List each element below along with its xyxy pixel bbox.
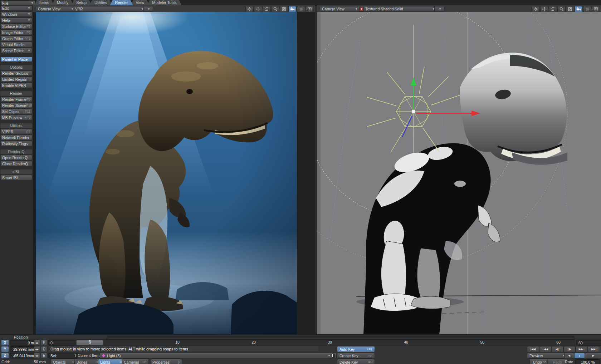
cameras-mode-button[interactable]: Cameras+C [122, 359, 149, 364]
z-position-field[interactable]: -65.0419mm [10, 353, 35, 359]
preview-dropdown[interactable]: Preview ▼ [527, 353, 568, 359]
lights-mode-button[interactable]: Lights+L [98, 359, 125, 364]
sidebar-item-mb-preview[interactable]: MB Preview+F9 [0, 115, 32, 120]
right-extra-dropdown[interactable]: ▼ [434, 6, 444, 12]
move-icon[interactable] [540, 6, 548, 12]
current-item-dropdown[interactable]: Light (3) ▼ [99, 353, 333, 359]
step-forward-button[interactable]: ||▶ [563, 346, 576, 352]
undo-button[interactable]: Undo ^Z [529, 359, 549, 364]
play-forward-button[interactable]: ▶ [585, 353, 601, 359]
tab-render[interactable]: Render [110, 0, 133, 5]
prev-key-button[interactable]: +◀◀ [539, 346, 551, 352]
spinner-arrows-icon[interactable]: ◀▶ [34, 346, 40, 352]
sidebar-item-edit[interactable]: Edit▼ [0, 5, 32, 11]
envelope-button[interactable]: E [41, 340, 47, 346]
sidebar-item-windows[interactable]: Windows▼ [0, 11, 32, 17]
timeline-track[interactable]: 0 102030405060 [75, 339, 575, 346]
envelope-button[interactable]: E [41, 346, 47, 352]
current-frame-field[interactable]: 0 [48, 340, 78, 346]
sidebar-item-render-frame[interactable]: Render FrameF9 [0, 97, 32, 102]
sidebar-item-close-renderq[interactable]: Close RenderQ [0, 161, 32, 166]
sidebar-item-label: VIPER [2, 129, 14, 134]
right-view-type-dropdown[interactable]: Camera View ▼ [320, 6, 360, 12]
play-reverse-button[interactable]: ◀ [564, 353, 574, 359]
sidebar-item-scene-editor[interactable]: Scene Editor▼ [0, 48, 32, 53]
camera-icon[interactable] [288, 6, 297, 12]
bones-mode-button[interactable]: Bones+B [74, 359, 102, 364]
sidebar-item-limited-region[interactable]: Limited Regionl [0, 77, 32, 82]
tab-view[interactable]: View [131, 0, 150, 5]
sidebar-item-sel-object[interactable]: Sel ObjectF11 [0, 109, 32, 114]
rate-field[interactable]: 100.0 % [575, 359, 600, 364]
x-axis-badge[interactable]: X [1, 340, 9, 346]
rotate-icon[interactable] [263, 6, 271, 12]
right-render-mode-dropdown[interactable]: T Textured Shaded Solid ▼ [357, 6, 437, 12]
sidebar-item-label: Render Globals [2, 71, 28, 75]
left-extra-dropdown[interactable]: ▼ [143, 6, 153, 12]
zoom-icon[interactable] [271, 6, 279, 12]
list-icon[interactable] [583, 6, 591, 12]
tab-items[interactable]: Items [34, 0, 54, 5]
chevron-down-icon: ▼ [31, 1, 34, 5]
rotate-icon[interactable] [549, 6, 557, 12]
tab-modify[interactable]: Modify [52, 0, 73, 5]
section-header-sibl: sIBL [0, 169, 32, 174]
sidebar-item-radiosity-flags[interactable]: Radiosity Flags [0, 141, 32, 146]
sidebar-item-network-render[interactable]: Network Render [0, 135, 32, 140]
go-end-button[interactable]: ▶▶| [588, 346, 600, 352]
end-frame-field[interactable]: 60 [576, 340, 601, 346]
sidebar-item-render-globals[interactable]: Render Globals [0, 70, 32, 76]
delete-key-button[interactable]: Delete Keydel [337, 359, 375, 364]
step-back-button[interactable]: ◀|| [551, 346, 563, 352]
left-render-mode-dropdown[interactable]: VPR ▼ [73, 6, 146, 12]
frame-icon[interactable] [306, 6, 314, 12]
axis-row-y: Y39.9992 mm◀▶E [0, 346, 48, 352]
sidebar-item-parent-in-place[interactable]: Parent in Place [0, 56, 32, 62]
envelope-button[interactable]: E [41, 353, 47, 359]
sidebar-item-graph-editor[interactable]: Graph Editor^F2 [0, 36, 32, 41]
spinner-arrows-icon[interactable]: ◀▶ [34, 340, 40, 346]
objects-mode-button[interactable]: Objects+O [51, 359, 78, 364]
item-properties-button[interactable] [330, 353, 337, 359]
sidebar-item-open-renderq[interactable]: Open RenderQ [0, 155, 32, 160]
shortcut-hint: F9 [26, 97, 30, 102]
sidebar-item-render-scene[interactable]: Render SceneF10 [0, 103, 32, 108]
maximize-icon[interactable] [280, 6, 288, 12]
maximize-icon[interactable] [566, 6, 574, 12]
create-key-button[interactable]: Create Keyret [337, 353, 375, 359]
zoom-icon[interactable] [557, 6, 566, 12]
sidebar-item-surface-editor[interactable]: Surface EditorF5 [0, 24, 32, 29]
vpr-render-view[interactable] [36, 12, 297, 334]
pause-button[interactable]: || [574, 353, 585, 359]
tab-modeler-tools[interactable]: Modeler Tools [147, 0, 181, 5]
pan-icon[interactable] [245, 6, 254, 12]
spinner-arrows-icon[interactable]: ◀▶ [34, 353, 40, 359]
sidebar-item-help[interactable]: Help▼ [0, 18, 32, 23]
y-position-field[interactable]: 39.9992 mm [10, 346, 35, 352]
shortcut-hint: del [368, 360, 372, 364]
tab-setup[interactable]: Setup [71, 0, 92, 5]
timeline-frame-slider[interactable]: 0 [76, 340, 103, 345]
list-icon[interactable] [297, 6, 305, 12]
redo-button[interactable]: Redo [547, 359, 567, 364]
left-view-type-dropdown[interactable]: Camera View ▼ [36, 6, 76, 12]
sidebar-item-viper[interactable]: VIPERF7 [0, 129, 32, 134]
sidebar-item-enable-viper[interactable]: Enable VIPER [0, 83, 32, 88]
file-menu-button[interactable]: File ▼ [0, 0, 35, 6]
y-axis-badge[interactable]: Y [1, 346, 9, 352]
move-icon[interactable] [254, 6, 262, 12]
tab-utilities[interactable]: Utilities [89, 0, 112, 5]
sidebar-item-image-editor[interactable]: Image EditorF6 [0, 30, 32, 35]
auto-key-button[interactable]: Auto Key+F1 [337, 346, 375, 352]
z-axis-badge[interactable]: Z [1, 353, 9, 359]
x-position-field[interactable]: 0 m [10, 340, 35, 346]
go-start-button[interactable]: |◀◀ [527, 346, 539, 352]
frame-icon[interactable] [592, 6, 600, 12]
sidebar-item-virtual-studio[interactable]: Virtual Studio [0, 42, 32, 47]
camera-icon[interactable] [575, 6, 583, 12]
opengl-view[interactable] [317, 12, 601, 334]
sidebar-item-smart-ibl[interactable]: Smart IBL [0, 175, 32, 180]
pan-icon[interactable] [532, 6, 540, 12]
next-key-button[interactable]: ▶▶+ [576, 346, 588, 352]
properties-mode-button[interactable]: Propertiesp [150, 359, 182, 364]
